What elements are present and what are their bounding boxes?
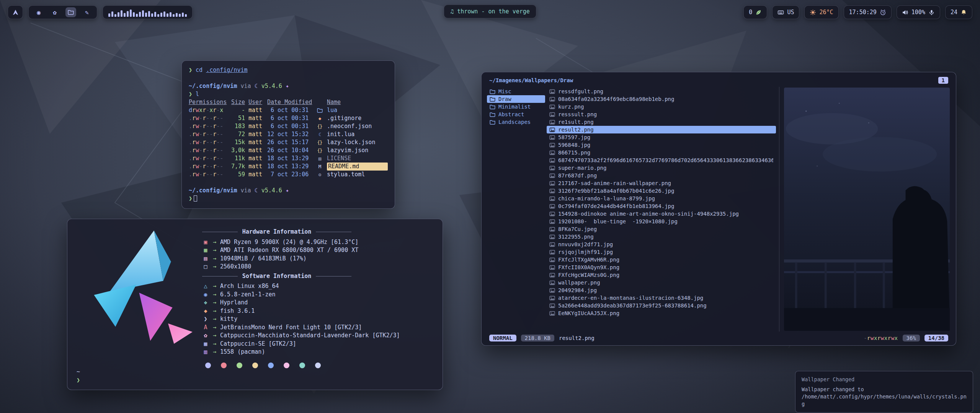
music-widget[interactable]: ♫ thrown - on the verge bbox=[444, 5, 536, 18]
folder-icon bbox=[490, 104, 495, 109]
image-icon bbox=[549, 196, 555, 201]
file-item[interactable]: 20492984.jpg bbox=[547, 286, 776, 294]
status-bar: NORMAL 218.8 KB result2.png -rwxrwxrwx 3… bbox=[487, 332, 951, 342]
file-item[interactable]: FXfcJlTXgAMvH6R.png bbox=[547, 256, 776, 263]
temperature: 26°C bbox=[819, 9, 833, 16]
file-item[interactable]: kurz.png bbox=[547, 103, 776, 111]
file-item[interactable]: 596848.jpg bbox=[547, 141, 776, 149]
packages-icon: ▥ bbox=[202, 348, 209, 356]
file-item[interactable]: 0c794faf07de24a4db4d4fb1eb813964.jpg bbox=[547, 202, 776, 210]
fetch-line: △→Arch Linux x86_64 bbox=[202, 282, 434, 291]
notification-title: Wallpaper Changed bbox=[802, 376, 967, 383]
workspaces: ◉✿✎ bbox=[28, 5, 97, 19]
starship-prompt-1: ~/.config/nvim via ☾ v5.4.6 ✦ bbox=[189, 82, 388, 90]
file-item[interactable]: resssult.png bbox=[547, 111, 776, 118]
visualizer-bar bbox=[108, 13, 110, 17]
kernel-icon: ◉ bbox=[202, 291, 209, 299]
file-item[interactable]: 154928-odinokoe_anime-art-anime-okno-sin… bbox=[547, 210, 776, 218]
visualizer-bar bbox=[163, 11, 165, 17]
paw-icon: ✿ bbox=[53, 9, 57, 16]
workspace-4[interactable]: ✎ bbox=[82, 7, 92, 17]
file-item[interactable]: super-mario.png bbox=[547, 164, 776, 172]
file-item[interactable]: EeNKYgIUcAAJ5JX.png bbox=[547, 309, 776, 317]
file-manager-window[interactable]: ~/Imagenes/Wallpapers/Draw 1 MiscDrawMin… bbox=[481, 72, 956, 346]
arrow-icon: → bbox=[213, 307, 216, 315]
file-item[interactable]: 68747470733a2f2f696d616765732d7769786d70… bbox=[547, 156, 776, 164]
file-item[interactable]: 587597.jpg bbox=[547, 133, 776, 141]
file-item[interactable]: 87r687df.png bbox=[547, 172, 776, 179]
file-size-badge: 218.8 KB bbox=[521, 335, 554, 341]
arrow-icon: → bbox=[213, 332, 216, 340]
file-item[interactable]: 8FKa7Cu.jpeg bbox=[547, 225, 776, 233]
file-item[interactable]: 217167-sad-anime-rain-wallpaper.png bbox=[547, 179, 776, 187]
terminal-window-nvim[interactable]: ❯ cd .config/nvim ~/.config/nvim via ☾ v… bbox=[181, 60, 395, 209]
volume-module[interactable]: 100% bbox=[897, 5, 940, 19]
topbar-left: ◉✿✎ bbox=[8, 5, 193, 19]
weather-module[interactable]: 26°C bbox=[804, 5, 838, 19]
tab-badge[interactable]: 1 bbox=[938, 77, 948, 84]
keyboard-layout: US bbox=[787, 9, 794, 16]
ls-row: .rw-r--r--3,0kmatt26 oct 10:04{}lazyvim.… bbox=[189, 146, 388, 154]
fm-preview-pane bbox=[779, 87, 951, 332]
folder-item[interactable]: Draw bbox=[487, 95, 545, 103]
image-icon bbox=[549, 89, 555, 94]
music-note-icon: ♫ bbox=[450, 8, 454, 15]
clock-time: 17:50:29 bbox=[849, 9, 877, 16]
fetch-line: ❯→kitty bbox=[202, 315, 434, 324]
clock-module[interactable]: 17:50:29 bbox=[844, 5, 892, 19]
markdown-icon: M bbox=[316, 163, 323, 171]
file-item[interactable]: wallpaper.png bbox=[547, 279, 776, 286]
arrow-icon: → bbox=[213, 299, 216, 307]
keyboard-layout-module[interactable]: US bbox=[772, 5, 799, 19]
file-item[interactable]: result2.png bbox=[547, 126, 776, 133]
image-icon bbox=[549, 120, 555, 125]
file-item[interactable]: 19201080-__blue-tinge__-1920×1080.jpg bbox=[547, 218, 776, 225]
file-item[interactable]: rsjqojlmjhf91.jpg bbox=[547, 248, 776, 256]
ls-row: .rw-r--r--59matt 7 oct 23:06⚙stylua.toml bbox=[189, 171, 388, 179]
image-icon bbox=[549, 234, 555, 239]
launcher-button[interactable] bbox=[8, 5, 23, 19]
file-item[interactable]: FXfcII0X0AQyn9X.png bbox=[547, 263, 776, 271]
workspace-3[interactable] bbox=[65, 7, 76, 17]
image-icon bbox=[549, 135, 555, 140]
file-item[interactable]: 5a266e448add93deab367d87173e9f25-6837886… bbox=[547, 302, 776, 309]
file-item[interactable]: nnvuv0xj2df71.jpg bbox=[547, 241, 776, 248]
folder-item[interactable]: Landscapes bbox=[487, 118, 545, 126]
file-item[interactable]: FXfcHgcWIAMzs0G.png bbox=[547, 271, 776, 279]
file-item[interactable]: re1sult.png bbox=[547, 118, 776, 126]
file-item[interactable]: 3126f7e9bbf21a8a4af0b67b041c6e26.jpg bbox=[547, 187, 776, 195]
folder-item[interactable]: Abstract bbox=[487, 111, 545, 118]
visualizer-bar bbox=[148, 11, 150, 17]
updates-count: 0 bbox=[749, 9, 752, 16]
file-item[interactable]: 866715.png bbox=[547, 149, 776, 156]
ls-table: drwxr-xr-x-matt 6 oct 00:31lua.rw-r--r--… bbox=[189, 106, 388, 179]
workspace-1[interactable]: ◉ bbox=[33, 7, 44, 17]
fm-sidebar: MiscDrawMinimalistAbstractLandscapes bbox=[487, 87, 545, 332]
visualizer-bar bbox=[118, 12, 119, 17]
file-item[interactable]: 08a634fa02a32364f69ebc86a98eb1eb.png bbox=[547, 95, 776, 103]
image-icon bbox=[549, 311, 555, 316]
notifications-module[interactable]: 24 bbox=[945, 5, 972, 19]
file-item[interactable]: ressdfgult.png bbox=[547, 88, 776, 95]
visualizer-bar bbox=[157, 14, 159, 17]
topbar-right: 0 US 26°C 17:50:29 10 bbox=[743, 5, 972, 19]
workspace-2[interactable]: ✿ bbox=[49, 7, 60, 17]
license-icon: ▤ bbox=[316, 154, 323, 163]
image-icon bbox=[549, 127, 555, 132]
updates-module[interactable]: 0 bbox=[743, 5, 767, 19]
folder-item[interactable]: Misc bbox=[487, 88, 545, 95]
image-icon bbox=[549, 97, 555, 102]
palette-dot bbox=[268, 363, 274, 368]
image-icon bbox=[549, 219, 555, 224]
lua-moon-icon: ☾ bbox=[255, 83, 258, 89]
file-item[interactable]: atardecer-en-la-montanas-ilustracion-634… bbox=[547, 294, 776, 302]
microphone-icon bbox=[928, 9, 935, 16]
gear-icon: ⚙ bbox=[316, 171, 323, 179]
file-item[interactable]: 3122955.png bbox=[547, 233, 776, 241]
folder-item[interactable]: Minimalist bbox=[487, 103, 545, 111]
ls-row: .rw-r--r--51matt 6 oct 00:31◆.gitignore bbox=[189, 114, 388, 122]
fetch-line: ◆→fish 3.6.1 bbox=[202, 307, 434, 315]
terminal-window-fetch[interactable]: Hardware Information ▣→AMD Ryzen 9 5900X… bbox=[67, 219, 443, 390]
notification-popup[interactable]: Wallpaper Changed Wallpaper changed to /… bbox=[795, 371, 973, 413]
file-item[interactable]: chica-mirando-la-luna-8799.jpg bbox=[547, 195, 776, 202]
